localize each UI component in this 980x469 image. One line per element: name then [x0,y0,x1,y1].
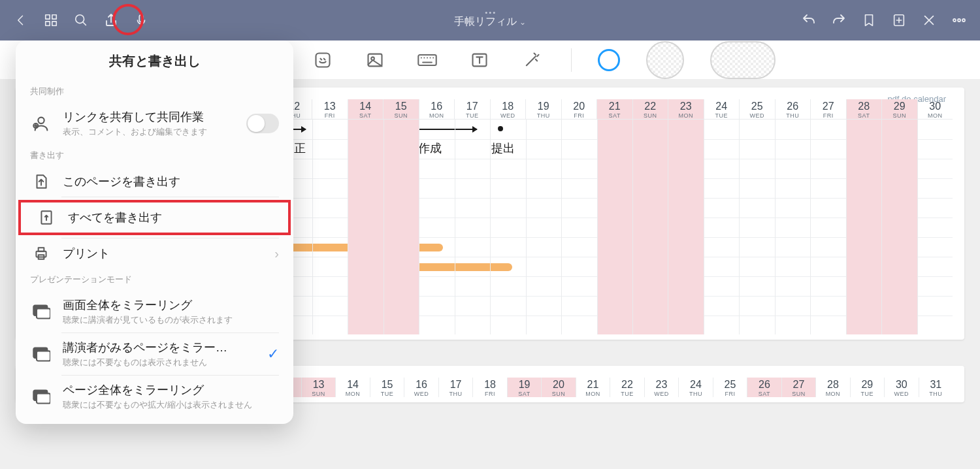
calendar-day-header: 15SUN [383,99,419,119]
print-row[interactable]: プリント › [16,238,293,268]
back-button[interactable] [12,11,30,29]
calendar-day-cell [739,120,774,334]
calendar-day-cell [419,120,454,334]
calendar-day-cell [348,120,383,334]
wand-tool[interactable] [519,47,545,73]
calendar-day-header: 26SAT [747,378,781,397]
calendar-day-header: 29TUE [850,378,884,397]
popover-title: 共有と書き出し [16,52,293,80]
divider [571,48,572,72]
section-label-export: 書き出す [16,144,293,167]
printer-icon [30,245,52,262]
calendar-day-header: 20SUN [541,378,575,397]
calendar-day-header: 19THU [525,99,561,119]
color-swatch-transparent-1[interactable] [646,41,684,79]
svg-rect-1 [52,15,56,19]
svg-line-5 [83,22,86,25]
calendar-day-cell [632,120,668,334]
svg-point-14 [962,19,965,22]
calendar-day-header: 26THU [775,99,811,119]
document-title[interactable]: 手帳リフィル ⌄ [454,12,526,29]
annotation-highlight-box: すべてを書き出す [18,200,291,235]
section-label-present: プレゼンテーションモード [16,268,293,291]
calendar-day-header: 17THU [438,378,472,397]
svg-point-13 [958,19,960,22]
screen-mirror-icon [30,346,52,362]
mirror-presenter-row[interactable]: 講演者がみるページをミラー… 聴衆には不要なものは表示されません ✓ [16,333,293,375]
svg-point-27 [38,118,44,123]
calendar-day-cell [846,120,881,334]
grid-view-button[interactable] [42,11,60,29]
more-button[interactable] [950,11,968,29]
svg-rect-3 [52,22,56,25]
calendar-day-header: 31THU [919,378,953,397]
svg-rect-31 [39,248,44,251]
export-page-row[interactable]: このページを書き出す [16,167,293,197]
svg-rect-34 [37,308,50,318]
calendar-day-cell [668,120,703,334]
collab-row[interactable]: リンクを共有して共同作業 表示、コメント、および編集できます [16,103,293,144]
calendar-day-cell [312,120,348,334]
keyboard-tool[interactable] [414,47,440,73]
calendar-day-cell [810,120,845,334]
svg-rect-2 [46,22,50,25]
topbar: 手帳リフィル ⌄ [0,0,980,40]
redo-button[interactable] [830,11,848,29]
svg-point-12 [953,19,956,22]
mirror-full-row[interactable]: 画面全体をミラーリング 聴衆に講演者が見ているものが表示されます [16,291,293,332]
close-button[interactable] [920,11,938,29]
undo-button[interactable] [800,11,818,29]
mic-button[interactable] [132,11,150,29]
calendar-day-header: 14SAT [348,99,384,119]
text-tool[interactable] [466,47,493,73]
svg-rect-0 [46,15,50,19]
calendar-day-header: 25WED [739,99,775,119]
calendar-day-header: 22TUE [610,378,644,397]
color-swatch-blue-ring[interactable] [598,49,620,71]
search-button[interactable] [72,11,90,29]
page-export-icon [30,173,52,190]
calendar-day-header: 13FRI [312,99,348,119]
bookmark-button[interactable] [860,11,878,29]
screen-mirror-icon [30,389,52,404]
calendar-day-cell [561,120,596,334]
color-swatch-transparent-2[interactable] [710,41,776,79]
calendar-day-header: 25FRI [713,378,747,397]
calendar-day-header: 23WED [644,378,678,397]
calendar-day-header: 22SUN [632,99,668,119]
person-plus-icon [30,114,52,133]
calendar-day-header: 27FRI [810,99,846,119]
calendar-day-header: 29SUN [881,99,917,119]
calendar-day-cell [490,120,525,334]
collab-toggle[interactable] [246,114,279,133]
mirror-page-row[interactable]: ページ全体をミラーリング 聴衆には不要なものや拡大/縮小は表示されません [16,376,293,417]
calendar-day-header: 14MON [335,378,369,397]
calendar-day-header: 21MON [576,378,610,397]
svg-rect-36 [37,351,50,361]
add-page-button[interactable] [890,11,908,29]
image-tool[interactable] [362,47,388,73]
calendar-day-cell [775,120,810,334]
handle-dots-icon [485,12,495,14]
calendar-day-header: 28MON [815,378,849,397]
calendar-day-header: 13SUN [301,378,335,397]
calendar-day-cell [917,120,953,334]
calendar-day-header: 19SAT [507,378,541,397]
svg-rect-19 [418,55,436,65]
chevron-right-icon: › [274,246,279,261]
calendar-day-header: 21SAT [596,99,632,119]
section-label-collab: 共同制作 [16,80,293,103]
sticker-tool[interactable] [310,47,336,73]
screen-mirror-icon [30,304,52,319]
calendar-day-header: 24TUE [704,99,740,119]
export-all-row[interactable]: すべてを書き出す [21,202,288,233]
calendar-day-header: 30MON [917,99,953,119]
share-button[interactable] [102,11,120,29]
svg-rect-16 [316,53,329,67]
calendar-day-header: 27SUN [781,378,815,397]
calendar-day-cell [704,120,739,334]
calendar-day-header: 28SAT [846,99,882,119]
svg-rect-6 [139,15,143,22]
calendar-day-cell [881,120,917,334]
calendar-day-header: 23MON [668,99,704,119]
